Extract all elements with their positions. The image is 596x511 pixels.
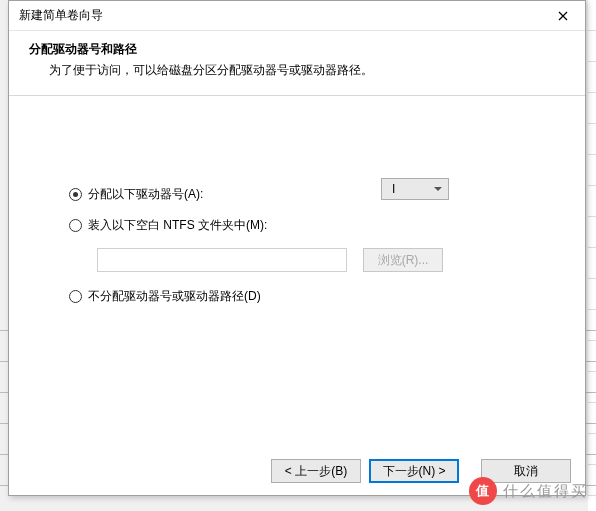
window-title: 新建简单卷向导: [19, 7, 103, 24]
option-assign-label: 分配以下驱动器号(A):: [88, 186, 203, 203]
page-subheading: 为了便于访问，可以给磁盘分区分配驱动器号或驱动器路径。: [49, 62, 565, 79]
chevron-down-icon: [434, 187, 442, 191]
page-heading: 分配驱动器号和路径: [29, 41, 565, 58]
mount-path-row: 浏览(R)...: [97, 248, 535, 272]
option-assign-row[interactable]: 分配以下驱动器号(A):: [69, 186, 535, 203]
drive-letter-value: I: [392, 182, 395, 196]
watermark-badge: 值: [469, 477, 497, 505]
option-none-label: 不分配驱动器号或驱动器路径(D): [88, 288, 261, 305]
option-mount-label: 装入以下空白 NTFS 文件夹中(M):: [88, 217, 267, 234]
next-label: 下一步(N) >: [383, 463, 446, 480]
wizard-content: I 分配以下驱动器号(A): 装入以下空白 NTFS 文件夹中(M): 浏览(R…: [9, 96, 585, 447]
radio-mount[interactable]: [69, 219, 82, 232]
close-button[interactable]: [540, 1, 585, 30]
wizard-dialog: 新建简单卷向导 分配驱动器号和路径 为了便于访问，可以给磁盘分区分配驱动器号或驱…: [8, 0, 586, 496]
back-label: < 上一步(B): [285, 463, 347, 480]
mount-path-input: [97, 248, 347, 272]
back-button[interactable]: < 上一步(B): [271, 459, 361, 483]
browse-button: 浏览(R)...: [363, 248, 443, 272]
option-mount-row[interactable]: 装入以下空白 NTFS 文件夹中(M):: [69, 217, 535, 234]
watermark: 值 什么值得买: [469, 477, 588, 505]
titlebar: 新建简单卷向导: [9, 1, 585, 31]
browse-label: 浏览(R)...: [378, 252, 429, 269]
radio-assign[interactable]: [69, 188, 82, 201]
drive-letter-select[interactable]: I: [381, 178, 449, 200]
radio-none[interactable]: [69, 290, 82, 303]
watermark-text: 什么值得买: [503, 482, 588, 501]
wizard-header: 分配驱动器号和路径 为了便于访问，可以给磁盘分区分配驱动器号或驱动器路径。: [9, 31, 585, 96]
close-icon: [558, 11, 568, 21]
next-button[interactable]: 下一步(N) >: [369, 459, 459, 483]
option-none-row[interactable]: 不分配驱动器号或驱动器路径(D): [69, 288, 535, 305]
